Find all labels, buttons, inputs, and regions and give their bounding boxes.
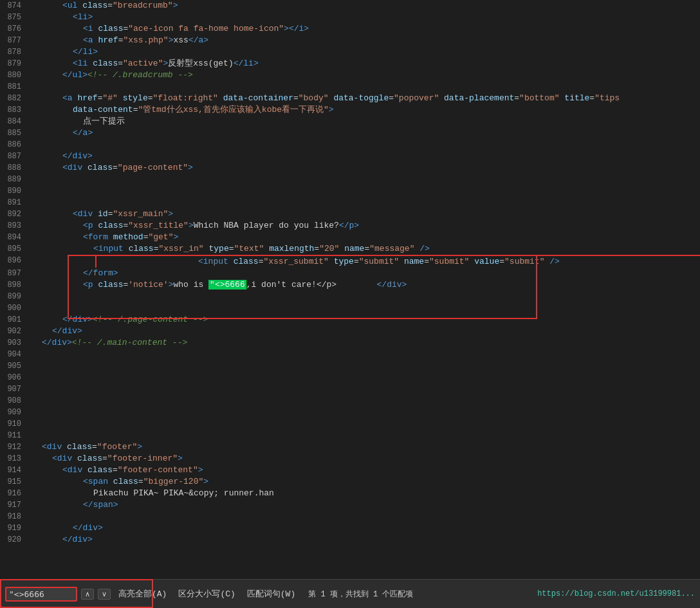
line-884: 884 点一下提示 (0, 116, 700, 127)
search-url: https://blog.csdn.net/u13199981... (537, 589, 695, 598)
line-888: 888 <div class="page-content"> (0, 162, 700, 174)
line-893: 893 <p class="xssr_title">Which NBA play… (0, 220, 700, 232)
line-897: 897 </form> (0, 268, 700, 279)
line-901: 901 </div><!-- /.page-content --> (0, 314, 700, 326)
line-885: 885 </a> (0, 127, 700, 139)
line-904: 904 (0, 349, 700, 360)
line-910: 910 (0, 418, 700, 430)
line-917: 917 </span> (0, 499, 700, 511)
line-903: 903 </div><!-- /.main-content --> (0, 337, 700, 349)
line-908: 908 (0, 395, 700, 407)
line-913: 913 <div class="footer-inner"> (0, 453, 700, 465)
line-883: 883 data-content="管tmd什么xss,首先你应该输入kobe看… (0, 104, 700, 116)
line-880: 880 </ul><!-- /.breadcrumb --> (0, 69, 700, 81)
line-876: 876 <i class="ace-icon fa fa-home home-i… (0, 23, 700, 35)
line-902: 902 </div> (0, 326, 700, 337)
line-898: 898 <p class='notice'>who is "<>6666,i d… (0, 279, 700, 291)
line-878: 878 </li> (0, 46, 700, 58)
line-896: 896 <input class="xssr_submit" type="sub… (0, 255, 700, 268)
line-891: 891 (0, 197, 700, 208)
line-919: 919 </div> (0, 522, 700, 534)
line-906: 906 (0, 372, 700, 383)
line-874: 874 <ul class="breadcrumb"> (0, 0, 700, 12)
line-912: 912 <div class="footer"> (0, 441, 700, 453)
line-882: 882 <a href="#" style="float:right" data… (0, 93, 700, 104)
line-879: 879 <li class="active">反射型xss(get)</li> (0, 58, 700, 69)
search-prev-button[interactable]: ∧ (81, 589, 94, 600)
line-881: 881 (0, 81, 700, 93)
line-887: 887 </div> (0, 151, 700, 162)
line-894: 894 <form method="get"> (0, 232, 700, 243)
line-905: 905 (0, 360, 700, 372)
line-907: 907 (0, 383, 700, 395)
match-word-option[interactable]: 匹配词句(W) (243, 587, 299, 601)
line-875: 875 <li> (0, 12, 700, 23)
line-877: 877 <a href="xss.php">xss</a> (0, 35, 700, 46)
highlight-all-option[interactable]: 高亮全部(A) (115, 587, 170, 601)
search-next-button[interactable]: ∨ (98, 589, 111, 600)
line-915: 915 <span class="bigger-120"> (0, 476, 700, 488)
case-sensitive-option[interactable]: 区分大小写(C) (174, 587, 239, 601)
line-900: 900 (0, 302, 700, 314)
search-bar[interactable]: ∧ ∨ 高亮全部(A) 区分大小写(C) 匹配词句(W) 第 1 项，共找到 1… (0, 579, 700, 608)
line-918: 918 (0, 511, 700, 522)
code-editor: 874 <ul class="breadcrumb"> 875 <li> 876… (0, 0, 700, 579)
line-890: 890 (0, 185, 700, 197)
code-lines: 874 <ul class="breadcrumb"> 875 <li> 876… (0, 0, 700, 546)
line-892: 892 <div id="xssr_main"> (0, 208, 700, 220)
search-input-wrapper[interactable] (5, 587, 77, 602)
line-911: 911 (0, 430, 700, 441)
line-916: 916 Pikachu PIKA~ PIKA~&copy; runner.han (0, 488, 700, 499)
search-status: 第 1 项，共找到 1 个匹配项 (308, 589, 413, 600)
search-match-highlight: "<>6666 (208, 280, 246, 290)
search-input[interactable] (9, 589, 73, 599)
line-899: 899 (0, 291, 700, 302)
line-914: 914 <div class="footer-content"> (0, 465, 700, 476)
line-889: 889 (0, 174, 700, 185)
line-909: 909 (0, 407, 700, 418)
line-895: 895 <input class="xssr_in" type="text" m… (0, 243, 700, 255)
line-920: 920 </div> (0, 534, 700, 546)
line-886: 886 (0, 139, 700, 151)
